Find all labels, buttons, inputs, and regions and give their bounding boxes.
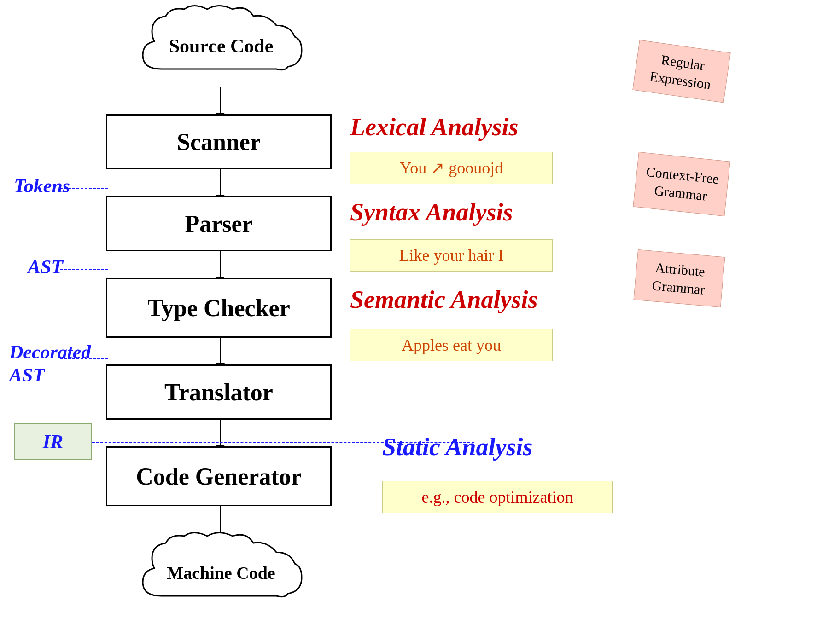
source-code-label: Source Code	[169, 35, 274, 57]
codegen-box: Code Generator	[106, 446, 332, 506]
tokens-dashed-line	[60, 188, 108, 189]
scanner-box: Scanner	[106, 114, 332, 169]
decorated-ast-dashed-line	[60, 358, 108, 359]
source-code-cloud: Source Code	[134, 5, 309, 87]
ast-dashed-line	[60, 269, 108, 270]
ir-box: IR	[14, 423, 92, 460]
machine-code-cloud: Machine Code	[134, 532, 309, 614]
diagram-container: Source Code Scanner Parser Type Checker …	[0, 0, 840, 624]
semantic-analysis-label: Semantic Analysis	[350, 285, 538, 314]
ast-label: AST	[28, 256, 63, 278]
tokens-label: Tokens	[14, 175, 70, 197]
syntax-note-box: Like your hair I	[350, 239, 553, 272]
machine-code-label: Machine Code	[167, 563, 275, 583]
parser-box: Parser	[106, 196, 332, 251]
lexical-note-box: You ↗ goouojd	[350, 152, 553, 184]
lexical-analysis-label: Lexical Analysis	[350, 113, 518, 141]
regular-expression-box: Regular Expression	[632, 40, 730, 103]
static-note-box: e.g., code optimization	[382, 481, 612, 513]
translator-box: Translator	[106, 364, 332, 420]
syntax-analysis-label: Syntax Analysis	[350, 198, 513, 226]
decorated-ast-label: Decorated AST	[9, 341, 91, 387]
static-analysis-label: Static Analysis	[382, 433, 533, 461]
semantic-note-box: Apples eat you	[350, 329, 553, 361]
attribute-grammar-box: Attribute Grammar	[634, 249, 725, 307]
typechecker-box: Type Checker	[106, 278, 332, 338]
context-free-grammar-box: Context-Free Grammar	[633, 152, 730, 216]
